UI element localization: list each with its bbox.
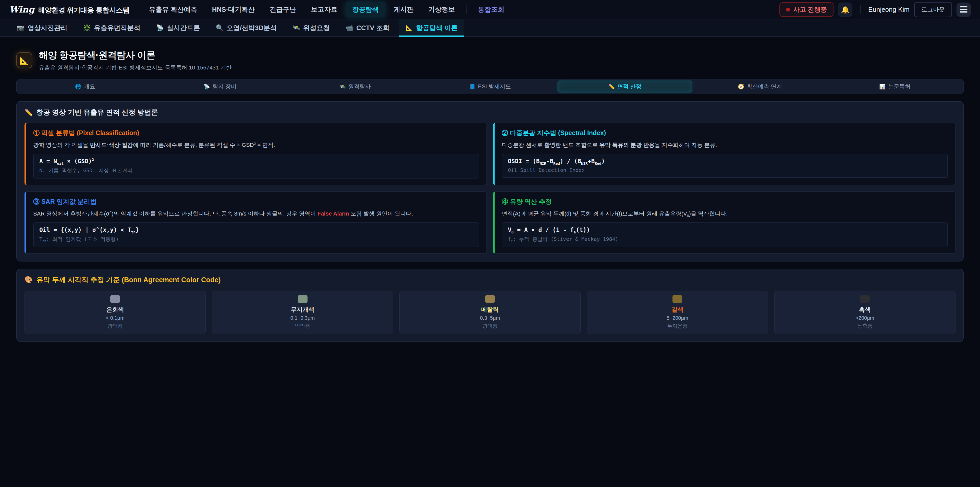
bonn-color-card: 메탈릭 0.3~5μm 광택층 bbox=[399, 291, 581, 334]
nav-item-label: 보고자료 bbox=[311, 6, 337, 13]
map-book-icon: 📘 bbox=[469, 83, 476, 89]
method-card-body: 면적(A)과 평균 유막 두께(d) 및 풍화 경과 시간(t)으로부터 원래 … bbox=[502, 210, 948, 218]
formula-box: A = Noil × (GSD)2 N: 기름 픽셀수, GSD: 지상 표본거… bbox=[33, 154, 479, 179]
camera-icon: 📷 bbox=[17, 24, 24, 31]
bonn-color-name: 은회색 bbox=[107, 306, 124, 314]
green-sparkle-icon: ❇️ bbox=[83, 24, 91, 31]
bonn-color-name: 흑색 bbox=[859, 306, 871, 314]
bonn-thickness-range: 5~200μm bbox=[667, 315, 688, 321]
bonn-color-card: 흑색 >200μm 농축층 bbox=[774, 291, 956, 334]
bonn-color-name: 갈색 bbox=[671, 306, 683, 314]
satellite-icon: 🛰️ bbox=[293, 24, 300, 31]
nav-item-유출유 확산예측[interactable]: 유출유 확산예측 bbox=[142, 2, 204, 18]
theory-tab-label: 확산예측 연계 bbox=[747, 83, 782, 90]
compass-icon: 🧭 bbox=[738, 83, 744, 89]
nav-item-label: 기상정보 bbox=[428, 6, 455, 13]
method-card-body: 광학 영상의 각 픽셀을 반사도·색상·질감에 따라 기름/해수로 분류, 분류… bbox=[33, 141, 479, 149]
nav-item-항공탐색[interactable]: 항공탐색 bbox=[345, 2, 385, 18]
theory-tab-label: 개요 bbox=[84, 83, 95, 90]
bonn-thickness-range: >200μm bbox=[856, 315, 874, 321]
subnav-tab-유출유면적분석[interactable]: ❇️ 유출유면적분석 bbox=[76, 19, 147, 36]
bell-icon: 🔔 bbox=[841, 6, 850, 14]
theory-tab-bar: 🌐 개요 📡 탐지 장비 🛰️ 원격탐사 📘 ESI 방제지도 ✏️ 면적 산정… bbox=[16, 79, 964, 94]
color-swatch bbox=[485, 295, 495, 303]
incident-status-badge[interactable]: 사고 진행중 bbox=[780, 2, 834, 17]
method-card-title: ④ 유량 역산 추정 bbox=[502, 197, 948, 206]
formula-note: Oil Spill Detection Index bbox=[508, 167, 942, 173]
color-swatch bbox=[860, 295, 870, 303]
theory-tab-label: 논문특허 bbox=[888, 83, 911, 90]
theory-tab-탐지 장비[interactable]: 📡 탐지 장비 bbox=[153, 80, 288, 93]
triangle-ruler-icon: 📐 bbox=[19, 56, 29, 65]
menu-button[interactable]: ☰ bbox=[956, 3, 971, 17]
status-badge-label: 사고 진행중 bbox=[793, 5, 827, 14]
theory-tab-label: 면적 산정 bbox=[617, 83, 641, 90]
nav-item-보고자료[interactable]: 보고자료 bbox=[304, 2, 344, 18]
formula-box: V0 = A × d / (1 - fe(t)) fe: 누적 증발비 (Sti… bbox=[502, 222, 948, 247]
bonn-layer-type: 두꺼운층 bbox=[667, 323, 687, 329]
nav-item-label: 유출유 확산예측 bbox=[149, 6, 197, 13]
bonn-layer-type: 광택층 bbox=[482, 323, 498, 329]
subnav-tab-CCTV 조회[interactable]: 📹 CCTV 조회 bbox=[339, 19, 396, 36]
formula-box: Oil = {(x,y) | σ°(x,y) < Tth} Tth: 최적 임계… bbox=[33, 222, 479, 247]
bar-chart-icon: 📊 bbox=[879, 83, 886, 89]
method-card-body: SAR 영상에서 후방산란계수(σ°)의 임계값 이하를 유막으로 판정합니다.… bbox=[33, 210, 479, 218]
theory-tab-label: 원격탐사 bbox=[348, 83, 371, 90]
theory-tab-label: ESI 방제지도 bbox=[478, 83, 511, 90]
subnav-tab-항공탐색 이론[interactable]: 📐 항공탐색 이론 bbox=[399, 19, 464, 36]
bonn-grid: 은회색 < 0.1μm 광택층 무지개색 0.1~0.3μm 박막층 메탈릭 0… bbox=[24, 291, 956, 334]
logout-button[interactable]: 로그아웃 bbox=[914, 2, 952, 17]
palette-icon: 🎨 bbox=[24, 276, 33, 284]
subnav-tab-영상사진관리[interactable]: 📷 영상사진관리 bbox=[10, 19, 74, 36]
satellite-antenna-icon: 📡 bbox=[204, 83, 210, 89]
formula-text: OSDI = (BNIR-BRed) / (BNIR+BRed) bbox=[508, 158, 942, 164]
subnav-tab-label: 위성요청 bbox=[303, 24, 330, 32]
satellite-antenna-icon: 📡 bbox=[156, 24, 164, 31]
bonn-color-name: 무지개색 bbox=[291, 306, 314, 314]
nav-item-HNS·대기확산[interactable]: HNS·대기확산 bbox=[205, 2, 262, 18]
theory-tab-ESI 방제지도[interactable]: 📘 ESI 방제지도 bbox=[423, 80, 558, 93]
nav-item-기상정보[interactable]: 기상정보 bbox=[422, 2, 461, 18]
status-dot-icon bbox=[786, 8, 790, 11]
theory-tab-개요[interactable]: 🌐 개요 bbox=[18, 80, 153, 93]
methods-panel-title: 항공 영상 기반 유출유 면적 산정 방법론 bbox=[36, 108, 158, 117]
subnav-tab-실시간드론[interactable]: 📡 실시간드론 bbox=[150, 19, 207, 36]
nav-item-label: 통합조회 bbox=[478, 6, 504, 13]
subnav-tab-label: 실시간드론 bbox=[167, 24, 200, 32]
formula-text: A = Noil × (GSD)2 bbox=[39, 158, 473, 164]
color-swatch bbox=[110, 295, 120, 303]
method-card-title: ③ SAR 임계값 분리법 bbox=[33, 197, 479, 206]
theory-tab-논문특허[interactable]: 📊 논문특허 bbox=[827, 80, 963, 93]
bonn-panel: 🎨 유막 두께 시각적 추정 기준 (Bonn Agreement Color … bbox=[16, 269, 964, 342]
notifications-button[interactable]: 🔔 bbox=[838, 3, 853, 17]
bonn-color-card: 무지개색 0.1~0.3μm 박막층 bbox=[212, 291, 393, 334]
app-logo: Wing bbox=[9, 4, 35, 14]
nav-item-긴급구난[interactable]: 긴급구난 bbox=[263, 2, 303, 18]
nav-item-통합조회[interactable]: 통합조회 bbox=[471, 2, 511, 18]
formula-note: N: 기름 픽셀수, GSD: 지상 표본거리 bbox=[39, 167, 473, 174]
subnav-tab-오염/선박3D분석[interactable]: 🔍 오염/선박3D분석 bbox=[209, 19, 283, 36]
bonn-thickness-range: < 0.1μm bbox=[106, 315, 124, 321]
bonn-layer-type: 광택층 bbox=[107, 323, 123, 329]
page-header: 📐 해양 항공탐색·원격탐사 이론 유출유 원격탐지·항공감시 기법·ESI 방… bbox=[16, 49, 964, 72]
subnav-tab-label: CCTV 조회 bbox=[356, 24, 390, 32]
subnav-tab-위성요청[interactable]: 🛰️ 위성요청 bbox=[286, 19, 336, 36]
theory-tab-면적 산정[interactable]: ✏️ 면적 산정 bbox=[557, 80, 692, 93]
magnifier-icon: 🔍 bbox=[216, 24, 224, 31]
brand[interactable]: Wing 해양환경 위기대응 통합시스템 bbox=[9, 4, 130, 15]
topbar-right: 사고 진행중 🔔 Eunjeong Kim 로그아웃 ☰ bbox=[780, 2, 971, 17]
method-card: ① 픽셀 분류법 (Pixel Classification) 광학 영상의 각… bbox=[24, 123, 487, 185]
method-card-body: 다중분광 센서로 촬영한 밴드 조합으로 유막 특유의 분광 반응을 지수화하여… bbox=[502, 141, 948, 149]
subnav-tab-label: 오염/선박3D분석 bbox=[227, 24, 277, 32]
divider bbox=[860, 5, 861, 14]
hamburger-icon: ☰ bbox=[960, 4, 968, 15]
theory-tab-원격탐사[interactable]: 🛰️ 원격탐사 bbox=[288, 80, 423, 93]
subnav-tab-label: 영상사진관리 bbox=[27, 24, 67, 32]
theory-tab-확산예측 연계[interactable]: 🧭 확산예측 연계 bbox=[692, 80, 827, 93]
nav-item-게시판[interactable]: 게시판 bbox=[387, 2, 420, 18]
page-icon-box: 📐 bbox=[16, 52, 32, 68]
bonn-thickness-range: 0.3~5μm bbox=[480, 315, 500, 321]
video-camera-icon: 📹 bbox=[345, 24, 353, 31]
nav-item-label: 게시판 bbox=[393, 6, 414, 13]
bonn-layer-type: 박막층 bbox=[295, 323, 310, 329]
